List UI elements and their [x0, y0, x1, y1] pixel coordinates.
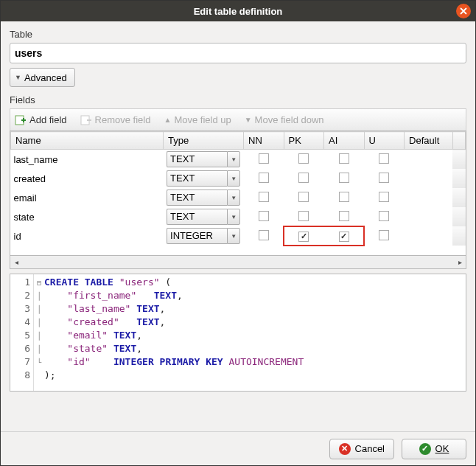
window-title: Edit table definition: [194, 6, 283, 17]
chevron-down-icon[interactable]: ▼: [227, 189, 240, 206]
remove-field-button: Remove field: [80, 114, 151, 126]
advanced-button[interactable]: ▼ Advanced: [10, 68, 75, 87]
cell-name[interactable]: id: [11, 226, 164, 246]
table-row[interactable]: email TEXT▼: [11, 188, 466, 207]
fields-toolbar: Add field Remove field ▲ Move field up ▼…: [10, 108, 466, 131]
table-row[interactable]: id INTEGER▼: [11, 226, 466, 246]
remove-icon: [80, 114, 92, 126]
cell-name[interactable]: created: [11, 169, 164, 188]
checkbox-u[interactable]: [379, 211, 389, 221]
checkbox-pk[interactable]: [298, 153, 309, 164]
col-header-type[interactable]: Type: [164, 132, 244, 150]
cell-default[interactable]: [405, 207, 452, 226]
type-select[interactable]: TEXT▼: [167, 189, 240, 206]
cell-default[interactable]: [405, 188, 452, 207]
checkbox-u[interactable]: [379, 230, 389, 240]
checkbox-nn[interactable]: [259, 230, 269, 240]
sql-editor[interactable]: 12345678 ⊟CREATE TABLE "users" (│ "first…: [10, 274, 466, 392]
col-header-default[interactable]: Default: [405, 132, 452, 150]
close-icon[interactable]: [456, 4, 471, 18]
scroll-right-icon[interactable]: ▸: [454, 257, 466, 268]
col-header-pk[interactable]: PK: [284, 132, 324, 150]
cell-default[interactable]: [405, 226, 452, 246]
checkbox-u[interactable]: [379, 173, 389, 183]
cell-name[interactable]: last_name: [11, 150, 164, 170]
table-row[interactable]: created TEXT▼: [11, 169, 466, 188]
checkbox-pk[interactable]: [298, 211, 309, 221]
checkbox-ai[interactable]: [339, 173, 349, 183]
table-name-input[interactable]: [10, 43, 466, 63]
chevron-down-icon: ▼: [15, 74, 21, 81]
type-select[interactable]: TEXT▼: [167, 170, 240, 187]
table-row[interactable]: state TEXT▼: [11, 207, 466, 226]
titlebar: Edit table definition: [1, 1, 475, 21]
add-icon: [15, 114, 27, 126]
table-label: Table: [10, 29, 466, 40]
move-field-up-button: ▲ Move field up: [164, 114, 231, 125]
type-select[interactable]: INTEGER▼: [167, 228, 240, 244]
cell-default[interactable]: [405, 150, 452, 170]
checkbox-ai[interactable]: [339, 153, 349, 164]
arrow-down-icon: ▼: [245, 116, 252, 124]
checkbox-ai[interactable]: [339, 192, 349, 202]
dialog-footer: ✕ Cancel ✓ OK: [1, 431, 475, 465]
scroll-left-icon[interactable]: ◂: [10, 257, 22, 268]
fields-label: Fields: [10, 94, 466, 105]
move-field-down-button: ▼ Move field down: [245, 114, 324, 125]
fields-grid: Name Type NN PK AI U Default last_name T…: [10, 131, 466, 256]
sql-code[interactable]: ⊟CREATE TABLE "users" (│ "first_name" TE…: [34, 274, 466, 391]
ok-icon: ✓: [419, 443, 431, 455]
dialog-content: Table ▼ Advanced Fields Add field Remove…: [1, 21, 475, 431]
add-field-button[interactable]: Add field: [15, 114, 67, 126]
checkbox-ai[interactable]: [339, 211, 349, 221]
col-header-ai[interactable]: AI: [324, 132, 365, 150]
vertical-scrollbar[interactable]: [452, 132, 465, 150]
type-select[interactable]: TEXT▼: [167, 209, 240, 225]
sql-gutter: 12345678: [10, 274, 34, 391]
cell-name[interactable]: email: [11, 188, 164, 207]
checkbox-nn[interactable]: [259, 192, 269, 202]
col-header-nn[interactable]: NN: [244, 132, 284, 150]
col-header-u[interactable]: U: [364, 132, 405, 150]
checkbox-pk[interactable]: [298, 192, 309, 202]
chevron-down-icon[interactable]: ▼: [227, 209, 240, 225]
checkbox-nn[interactable]: [259, 211, 269, 221]
checkbox-ai[interactable]: [339, 232, 349, 242]
checkbox-u[interactable]: [379, 153, 389, 164]
chevron-down-icon[interactable]: ▼: [227, 170, 240, 187]
cell-default[interactable]: [405, 169, 452, 188]
cell-name[interactable]: state: [11, 207, 164, 226]
arrow-up-icon: ▲: [164, 116, 171, 124]
table-row[interactable]: last_name TEXT▼: [11, 150, 466, 170]
chevron-down-icon[interactable]: ▼: [227, 228, 240, 244]
chevron-down-icon[interactable]: ▼: [227, 151, 240, 167]
horizontal-scrollbar[interactable]: ◂ ▸: [10, 256, 466, 269]
checkbox-pk[interactable]: [298, 173, 309, 183]
col-header-name[interactable]: Name: [11, 132, 164, 150]
advanced-label: Advanced: [24, 72, 67, 83]
checkbox-nn[interactable]: [259, 153, 269, 164]
ok-button[interactable]: ✓ OK: [402, 439, 466, 459]
type-select[interactable]: TEXT▼: [167, 151, 240, 167]
grid-header-row: Name Type NN PK AI U Default: [11, 132, 466, 150]
checkbox-pk[interactable]: [298, 232, 309, 242]
cancel-icon: ✕: [339, 443, 351, 455]
checkbox-nn[interactable]: [259, 173, 269, 183]
cancel-button[interactable]: ✕ Cancel: [329, 439, 394, 459]
checkbox-u[interactable]: [379, 192, 389, 202]
